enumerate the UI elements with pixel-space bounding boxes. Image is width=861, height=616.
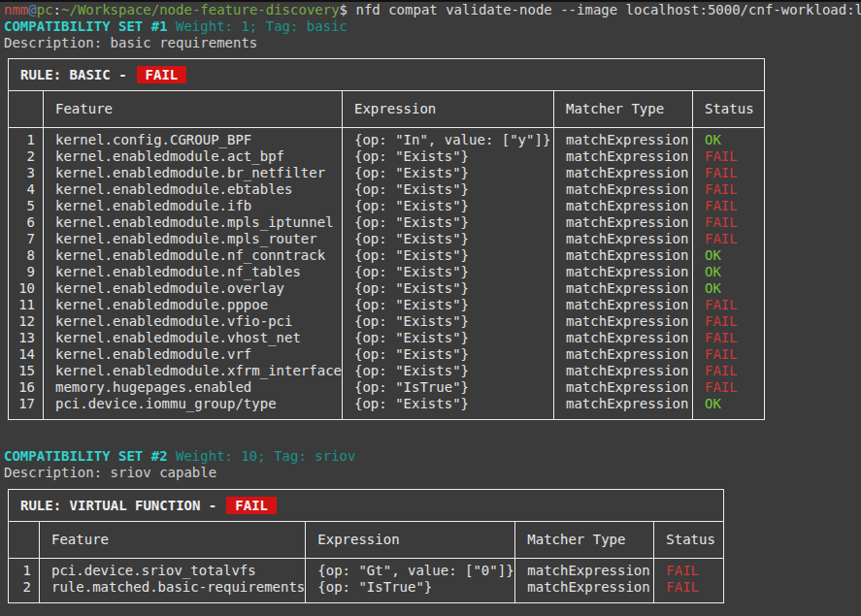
matcher-type-cell: matchExpression	[554, 297, 693, 313]
prompt-user: nmm	[4, 2, 28, 17]
feature-cell: kernel.enabledmodule.ebtables	[44, 181, 343, 198]
table-row: 16memory.hugepages.enabled{op: "IsTrue"}…	[9, 379, 765, 396]
table-row: 4kernel.enabledmodule.ebtables{op: "Exis…	[9, 181, 765, 198]
table-row: 14kernel.enabledmodule.vrf{op: "Exists"}…	[9, 346, 765, 363]
expression-cell: {op: "Exists"}	[343, 148, 554, 165]
feature-cell: pci.device.iommu_group/type	[44, 396, 343, 420]
status-cell: FAIL	[693, 313, 765, 330]
status-cell: FAIL	[693, 198, 765, 214]
feature-cell: kernel.config.CGROUP_BPF	[44, 128, 343, 149]
status-cell: OK	[693, 280, 765, 297]
row-number: 2	[9, 148, 44, 165]
feature-cell: kernel.enabledmodule.ifb	[44, 198, 343, 214]
column-header-row: Feature Expression Matcher Type Status	[9, 522, 724, 559]
col-status: Status	[693, 91, 765, 128]
expression-cell: {op: "Exists"}	[343, 330, 554, 346]
matcher-type-cell: matchExpression	[554, 379, 693, 396]
col-status: Status	[654, 522, 724, 559]
expression-cell: {op: "Exists"}	[343, 181, 554, 198]
feature-cell: kernel.enabledmodule.pppoe	[44, 297, 343, 313]
table-row: 2kernel.enabledmodule.act_bpf{op: "Exist…	[9, 148, 765, 165]
status-cell: FAIL	[693, 297, 765, 313]
set2-header-line: COMPATIBILITY SET #2 Weight: 10; Tag: sr…	[0, 448, 861, 465]
expression-cell: {op: "Exists"}	[343, 165, 554, 181]
row-number: 14	[9, 346, 44, 363]
expression-cell: {op: "Exists"}	[343, 231, 554, 247]
feature-cell: rule.matched.basic-requirements	[40, 579, 306, 603]
table-row: 9kernel.enabledmodule.nf_tables{op: "Exi…	[9, 264, 765, 280]
matcher-type-cell: matchExpression	[554, 346, 693, 363]
row-number: 3	[9, 165, 44, 181]
set1-meta: Weight: 1; Tag: basic	[168, 18, 348, 34]
expression-cell: {op: "Exists"}	[343, 297, 554, 313]
table-row: 6kernel.enabledmodule.mpls_iptunnel{op: …	[9, 214, 765, 231]
table-row: 15kernel.enabledmodule.xfrm_interface{op…	[9, 363, 765, 379]
feature-cell: kernel.enabledmodule.overlay	[44, 280, 343, 297]
prompt-at-sign: @	[28, 2, 36, 17]
feature-cell: kernel.enabledmodule.mpls_iptunnel	[44, 214, 343, 231]
status-cell: OK	[693, 396, 765, 420]
status-cell: FAIL	[693, 346, 765, 363]
feature-cell: kernel.enabledmodule.xfrm_interface	[44, 363, 343, 379]
matcher-type-cell: matchExpression	[515, 579, 654, 603]
feature-cell: kernel.enabledmodule.act_bpf	[44, 148, 343, 165]
expression-cell: {op: "Gt", value: ["0"]}	[306, 559, 515, 580]
table-row: 13kernel.enabledmodule.vhost_net{op: "Ex…	[9, 330, 765, 346]
set2-description: Description: sriov capable	[0, 465, 861, 481]
rule-table-virtual-function: RULE: VIRTUAL FUNCTION -FAIL Feature Exp…	[8, 489, 724, 603]
table-row: 10kernel.enabledmodule.overlay{op: "Exis…	[9, 280, 765, 297]
col-matcher-type: Matcher Type	[515, 522, 654, 559]
table-row: 1kernel.config.CGROUP_BPF{op: "In", valu…	[9, 128, 765, 149]
status-cell: FAIL	[693, 379, 765, 396]
feature-cell: kernel.enabledmodule.vfio-pci	[44, 313, 343, 330]
feature-cell: kernel.enabledmodule.mpls_router	[44, 231, 343, 247]
rule-header-row: RULE: BASIC -FAIL	[9, 59, 765, 91]
status-cell: FAIL	[654, 559, 724, 580]
prompt-dollar: $	[340, 2, 356, 17]
matcher-type-cell: matchExpression	[554, 313, 693, 330]
expression-cell: {op: "Exists"}	[343, 214, 554, 231]
matcher-type-cell: matchExpression	[554, 280, 693, 297]
table-row: 1pci.device.sriov_totalvfs{op: "Gt", val…	[9, 559, 724, 580]
row-number: 7	[9, 231, 44, 247]
expression-cell: {op: "IsTrue"}	[343, 379, 554, 396]
col-feature: Feature	[40, 522, 306, 559]
expression-cell: {op: "Exists"}	[343, 346, 554, 363]
prompt-separator: :	[53, 2, 61, 17]
col-number	[9, 91, 44, 128]
command-text: nfd compat validate-node --image localho…	[355, 2, 861, 17]
matcher-type-cell: matchExpression	[554, 231, 693, 247]
feature-cell: pci.device.sriov_totalvfs	[40, 559, 306, 580]
row-number: 8	[9, 247, 44, 264]
expression-cell: {op: "IsTrue"}	[306, 579, 515, 603]
row-number: 9	[9, 264, 44, 280]
table-row: 5kernel.enabledmodule.ifb{op: "Exists"}m…	[9, 198, 765, 214]
col-matcher-type: Matcher Type	[554, 91, 693, 128]
expression-cell: {op: "Exists"}	[343, 313, 554, 330]
set1-title: COMPATIBILITY SET #1	[4, 18, 168, 34]
rule-status-badge: FAIL	[137, 66, 187, 83]
row-number: 5	[9, 198, 44, 214]
prompt-path: ~/Workspace/node-feature-discovery	[61, 2, 340, 17]
table-row: 12kernel.enabledmodule.vfio-pci{op: "Exi…	[9, 313, 765, 330]
expression-cell: {op: "Exists"}	[343, 396, 554, 420]
feature-cell: kernel.enabledmodule.vrf	[44, 346, 343, 363]
matcher-type-cell: matchExpression	[554, 198, 693, 214]
column-header-row: Feature Expression Matcher Type Status	[9, 91, 765, 128]
prompt-line: nmm@pc:~/Workspace/node-feature-discover…	[0, 2, 861, 18]
expression-cell: {op: "In", value: ["y"]}	[343, 128, 554, 149]
expression-cell: {op: "Exists"}	[343, 198, 554, 214]
status-cell: FAIL	[693, 181, 765, 198]
matcher-type-cell: matchExpression	[554, 165, 693, 181]
set1-description: Description: basic requirements	[0, 35, 861, 51]
row-number: 2	[9, 579, 40, 603]
table-row: 7kernel.enabledmodule.mpls_router{op: "E…	[9, 231, 765, 247]
status-cell: OK	[693, 247, 765, 264]
matcher-type-cell: matchExpression	[554, 363, 693, 379]
feature-cell: kernel.enabledmodule.nf_conntrack	[44, 247, 343, 264]
row-number: 11	[9, 297, 44, 313]
rule-status-badge: FAIL	[226, 497, 277, 514]
status-cell: OK	[693, 264, 765, 280]
rule-table-basic: RULE: BASIC -FAIL Feature Expression Mat…	[8, 58, 765, 420]
expression-cell: {op: "Exists"}	[343, 363, 554, 379]
